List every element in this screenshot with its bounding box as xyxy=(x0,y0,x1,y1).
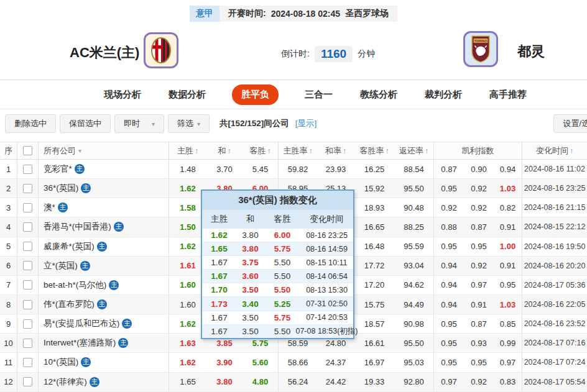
nav-tab[interactable]: 高手推荐 xyxy=(488,84,528,105)
rate-cell: 93.04 xyxy=(394,257,434,275)
kelly-cell: 0.92 xyxy=(464,179,494,198)
row-checkbox[interactable] xyxy=(23,377,32,386)
row-checkbox[interactable] xyxy=(23,203,32,212)
popup-change-time: 07-14 20:53 xyxy=(300,311,353,324)
row-checkbox[interactable] xyxy=(23,319,32,329)
nav-tab[interactable]: 胜平负 xyxy=(232,84,279,105)
company-cell[interactable]: 伟*(直布罗陀)主 xyxy=(39,295,169,314)
ac-milan-logo xyxy=(149,35,173,65)
rate-cell: 23.93 xyxy=(317,160,354,178)
kelly-cell: 0.90 xyxy=(464,160,494,178)
company-cell[interactable]: 10*(英国)主 xyxy=(39,353,169,371)
col-away-rate[interactable]: 客胜率↑ xyxy=(354,142,394,159)
row-checkbox-cell xyxy=(17,179,39,198)
company-cell[interactable]: 香港马*(中国香港)主 xyxy=(39,217,169,236)
match-info-strip: 意甲 开赛时间: 2024-08-18 02:45 圣西罗球场 xyxy=(190,6,397,22)
nav-tab[interactable]: 裁判分析 xyxy=(423,84,463,105)
col-home-rate[interactable]: 主胜率↑ xyxy=(279,142,317,159)
popup-col-away: 客胜 xyxy=(264,210,300,228)
company-cell[interactable]: 易*(安提瓜和巴布达)主 xyxy=(39,314,169,333)
row-checkbox[interactable] xyxy=(23,358,32,367)
company-name: 立*(英国) xyxy=(44,260,78,271)
company-cell[interactable]: bet-at-h*(马尔他)主 xyxy=(39,276,169,294)
popup-home-odds: 1.62 xyxy=(202,229,236,242)
rate-cell: 24.37 xyxy=(317,353,354,371)
nav-tab[interactable]: 三合一 xyxy=(303,84,334,105)
row-checkbox[interactable] xyxy=(23,280,32,289)
company-cell[interactable]: Interwet*(塞浦路斯)主 xyxy=(39,334,169,352)
row-index: 8 xyxy=(0,295,17,314)
company-cell[interactable]: 36*(英国)主 xyxy=(39,179,169,198)
rate-cell: 90.98 xyxy=(394,314,434,333)
popup-home-odds: 1.67 xyxy=(202,270,236,283)
col-draw-rate[interactable]: 和率↑ xyxy=(317,142,354,159)
row-checkbox[interactable] xyxy=(23,242,32,251)
row-checkbox[interactable] xyxy=(23,300,32,309)
odds-cell[interactable]: 5.60 xyxy=(243,353,279,371)
company-cell[interactable]: 竞彩官*主 xyxy=(39,160,169,178)
main-company-icon: 主 xyxy=(80,261,90,271)
keep-selected-button[interactable]: 保留选中 xyxy=(60,114,111,133)
row-checkbox[interactable] xyxy=(23,184,32,193)
popup-change-time: 08-16 23:25 xyxy=(300,229,353,242)
sort-asc-icon: ↑ xyxy=(425,147,428,155)
company-cell[interactable]: 澳*主 xyxy=(39,198,169,217)
col-draw-odds[interactable]: 和↑ xyxy=(206,142,243,159)
odds-cell[interactable]: 1.62 xyxy=(169,353,206,371)
popup-change-time: 08-15 10:11 xyxy=(300,256,353,269)
delete-selected-button[interactable]: 删除选中 xyxy=(5,114,56,133)
filter-dropdown[interactable]: 筛选 ▾ xyxy=(168,114,210,133)
row-checkbox[interactable] xyxy=(23,222,32,232)
main-company-icon: 主 xyxy=(97,299,107,309)
odds-cell[interactable]: 3.80 xyxy=(206,373,243,391)
popup-title: 36*(英国) 指数变化 xyxy=(202,191,353,210)
change-time-cell: 2024-08-16 20:20 xyxy=(522,257,587,275)
col-return-rate[interactable]: 返还率↑ xyxy=(394,142,434,159)
company-name: 12*(菲律宾) xyxy=(44,376,87,388)
nav-tab[interactable]: 数据分析 xyxy=(167,84,207,105)
kelly-cell: 0.97 xyxy=(494,353,522,371)
rate-cell: 24.42 xyxy=(317,373,354,391)
nav-tab[interactable]: 现场分析 xyxy=(103,84,142,105)
rate-cell: 95.50 xyxy=(394,334,434,352)
main-company-icon: 主 xyxy=(97,242,107,252)
show-companies-link[interactable]: [显示] xyxy=(295,118,317,129)
col-away-odds[interactable]: 客胜↑ xyxy=(243,142,279,159)
rate-cell: 90.48 xyxy=(394,198,434,217)
odds-cell[interactable]: 5.45 xyxy=(243,160,279,178)
kelly-cell: 0.93 xyxy=(464,334,494,352)
odds-cell[interactable]: 4.80 xyxy=(243,373,279,391)
odds-comparison-page: 意甲 开赛时间: 2024-08-18 02:45 圣西罗球场 AC米兰(主) xyxy=(0,0,587,392)
change-time-cell: 2024-08-15 22:12 xyxy=(522,217,587,236)
company-cell[interactable]: 立*(英国)主 xyxy=(39,257,169,275)
kelly-cell: 0.97 xyxy=(434,373,464,391)
col-change-time[interactable]: 变化时间↑ xyxy=(522,142,587,159)
row-index: 2 xyxy=(0,179,17,198)
away-team-name: 都灵 xyxy=(517,42,545,61)
rate-cell: 94.62 xyxy=(394,276,434,294)
popup-row: 1.703.505.5008-13 15:30 xyxy=(202,283,353,296)
row-checkbox[interactable] xyxy=(23,339,32,348)
odds-mode-dropdown[interactable]: 即时 ▾ xyxy=(114,114,164,133)
odds-cell[interactable]: 3.70 xyxy=(206,160,243,178)
row-checkbox-cell xyxy=(17,373,39,391)
company-cell[interactable]: 12*(菲律宾)主 xyxy=(39,373,169,391)
company-cell[interactable]: 威廉希*(英国)主 xyxy=(39,237,169,256)
settings-button[interactable]: 设置/选择 xyxy=(553,114,587,133)
col-home-odds[interactable]: 主胜↑ xyxy=(169,142,206,159)
company-name: 36*(英国) xyxy=(44,183,78,194)
select-all-checkbox[interactable] xyxy=(23,146,32,155)
company-filter-icon: ▾ xyxy=(78,147,81,154)
company-name: 香港马*(中国香港) xyxy=(44,221,111,232)
odds-cell[interactable]: 1.65 xyxy=(169,373,206,391)
kelly-cell: 0.87 xyxy=(434,160,464,178)
popup-draw-odds: 3.80 xyxy=(236,229,264,242)
odds-cell[interactable]: 3.90 xyxy=(206,353,243,371)
odds-cell[interactable]: 1.48 xyxy=(169,160,206,178)
col-company[interactable]: 所有公司 ▾ xyxy=(39,142,169,159)
nav-tab[interactable]: 教练分析 xyxy=(359,84,399,105)
row-checkbox[interactable] xyxy=(23,165,32,174)
kelly-cell: 0.91 xyxy=(494,257,522,275)
league-badge[interactable]: 意甲 xyxy=(190,6,220,22)
row-checkbox[interactable] xyxy=(23,261,32,270)
